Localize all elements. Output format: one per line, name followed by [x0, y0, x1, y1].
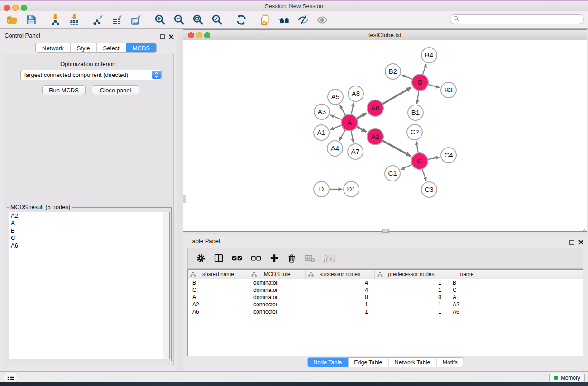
network-graph[interactable]: B4B2BB3A8A5A6A3B1AC2A1A2A4A7C4CC1C3DD1: [183, 40, 587, 232]
tab-style[interactable]: Style: [71, 43, 97, 52]
node-D[interactable]: D: [314, 181, 329, 197]
run-mcds-button[interactable]: Run MCDS: [42, 85, 86, 95]
node-A3[interactable]: A3: [314, 104, 330, 119]
node-C3[interactable]: C3: [421, 182, 437, 197]
edge-C-C4[interactable]: [427, 157, 440, 160]
select-all-columns-button[interactable]: [232, 253, 242, 263]
search-box[interactable]: [450, 14, 584, 24]
edge-B-B4[interactable]: [422, 64, 426, 75]
table-cell[interactable]: C: [188, 287, 249, 293]
table-cell[interactable]: B: [188, 280, 249, 286]
refresh-layout-button[interactable]: [232, 12, 251, 28]
node-A2[interactable]: A2: [367, 129, 383, 145]
node-table[interactable]: shared nameMCDS rolesuccessor nodesprede…: [187, 269, 583, 356]
close-panel-button[interactable]: Close panel: [92, 85, 139, 95]
create-column-button[interactable]: [270, 253, 279, 263]
table-cell[interactable]: C: [448, 287, 486, 293]
delete-column-button[interactable]: [287, 253, 296, 263]
edge-B-B2[interactable]: [402, 75, 413, 79]
edge-A-A3[interactable]: [330, 115, 343, 119]
node-B[interactable]: B: [412, 74, 428, 91]
tab-network-table[interactable]: Network Table: [389, 358, 437, 367]
edge-A-A4[interactable]: [339, 129, 346, 141]
node-A6[interactable]: A6: [367, 100, 383, 116]
node-D1[interactable]: D1: [344, 181, 359, 197]
edge-A-A5[interactable]: [340, 105, 346, 116]
close-panel-icon[interactable]: [169, 33, 174, 41]
save-session-button[interactable]: [22, 12, 41, 28]
toggle-graphics-details-button[interactable]: [294, 12, 313, 28]
table-cell[interactable]: connector: [249, 309, 306, 315]
table-cell[interactable]: 4: [306, 287, 375, 293]
export-network-button[interactable]: [89, 12, 108, 28]
edge-A2-C[interactable]: [382, 140, 411, 156]
unselect-all-columns-button[interactable]: [251, 253, 261, 263]
edge-A-A1[interactable]: [330, 125, 342, 130]
import-network-button[interactable]: [46, 12, 65, 28]
export-image-button[interactable]: [127, 12, 146, 28]
edge-A-A8[interactable]: [351, 103, 354, 115]
column-header-MCDS-role[interactable]: MCDS role: [249, 270, 306, 279]
tab-mcds[interactable]: MCDS: [126, 43, 156, 52]
table-settings-button[interactable]: [196, 253, 206, 263]
table-row[interactable]: Cdominator41C: [188, 286, 583, 294]
clone-network-button[interactable]: [256, 12, 275, 28]
view-left-handle[interactable]: [183, 195, 186, 203]
import-table-button[interactable]: [65, 12, 84, 28]
table-cell[interactable]: dominator: [249, 287, 306, 293]
table-cell[interactable]: 1: [375, 280, 448, 286]
edge-B-B1[interactable]: [417, 90, 419, 104]
edge-A-A6[interactable]: [356, 113, 367, 119]
node-A7[interactable]: A7: [348, 144, 363, 159]
resize-grip-icon[interactable]: [581, 225, 587, 231]
table-cell[interactable]: dominator: [249, 280, 306, 286]
table-cell[interactable]: A: [448, 294, 486, 300]
tab-node-table[interactable]: Node Table: [307, 358, 348, 367]
tab-edge-table[interactable]: Edge Table: [348, 358, 388, 367]
edge-A-A2[interactable]: [356, 126, 367, 132]
column-header-successor-nodes[interactable]: successor nodes: [306, 270, 375, 279]
table-cell[interactable]: dominator: [249, 294, 306, 300]
float-panel-icon[interactable]: [569, 238, 574, 247]
node-A1[interactable]: A1: [314, 125, 329, 140]
tab-network[interactable]: Network: [36, 43, 71, 52]
search-input[interactable]: [459, 15, 583, 24]
show-hide-button[interactable]: [313, 12, 332, 28]
node-C2[interactable]: C2: [407, 124, 422, 140]
table-row[interactable]: Adominator80A: [188, 294, 583, 301]
export-table-button[interactable]: [108, 12, 127, 28]
edge-A6-B[interactable]: [382, 87, 411, 105]
mcds-result-item[interactable]: A2: [9, 212, 169, 219]
table-cell[interactable]: 1: [375, 287, 448, 293]
edge-B-B3[interactable]: [427, 84, 440, 87]
view-bottom-handle[interactable]: [382, 229, 389, 233]
table-cell[interactable]: A6: [188, 309, 249, 315]
scrollbar-track[interactable]: [163, 212, 169, 359]
network-window-titlebar[interactable]: testGlobe.txt: [183, 30, 587, 40]
network-canvas[interactable]: B4B2BB3A8A5A6A3B1AC2A1A2A4A7C4CC1C3DD1: [183, 40, 587, 231]
home-networks-button[interactable]: [275, 12, 294, 28]
table-cell[interactable]: B: [448, 280, 486, 286]
node-A8[interactable]: A8: [348, 86, 363, 101]
mcds-result-item[interactable]: A6: [9, 242, 169, 249]
mcds-result-item[interactable]: A: [9, 219, 169, 227]
tab-motifs[interactable]: Motifs: [436, 358, 463, 367]
task-history-button[interactable]: [4, 373, 17, 382]
node-C4[interactable]: C4: [441, 148, 456, 163]
criterion-dropdown[interactable]: largest connected component (directed): [20, 70, 162, 80]
zoom-out-button[interactable]: [170, 12, 189, 28]
node-A4[interactable]: A4: [327, 141, 343, 156]
edge-A-A7[interactable]: [351, 130, 354, 143]
node-C1[interactable]: C1: [385, 166, 400, 181]
table-cell[interactable]: 1: [306, 309, 375, 315]
table-cell[interactable]: 1: [375, 301, 448, 308]
close-panel-icon[interactable]: [578, 238, 583, 247]
table-row[interactable]: A2connector11A2: [188, 301, 583, 308]
zoom-fit-button[interactable]: [189, 12, 208, 28]
float-panel-icon[interactable]: [160, 33, 165, 41]
node-B3[interactable]: B3: [441, 82, 456, 98]
table-cell[interactable]: A6: [448, 309, 486, 315]
table-cell[interactable]: 0: [375, 294, 448, 300]
tab-select[interactable]: Select: [97, 43, 126, 52]
column-header-shared-name[interactable]: shared name: [188, 270, 249, 279]
